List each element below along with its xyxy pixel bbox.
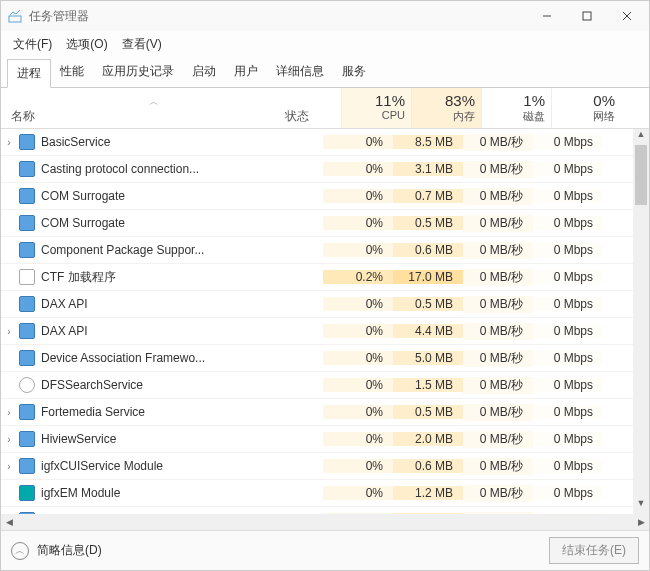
- process-cpu: 0%: [323, 324, 393, 338]
- fewer-details-button[interactable]: 简略信息(D): [37, 542, 549, 559]
- menu-file[interactable]: 文件(F): [7, 33, 58, 56]
- tab-performance[interactable]: 性能: [51, 58, 93, 87]
- svg-rect-0: [9, 16, 21, 22]
- tab-apphistory[interactable]: 应用历史记录: [93, 58, 183, 87]
- process-network: 0 Mbps: [533, 432, 603, 446]
- vertical-scrollbar[interactable]: ▲ ▼: [633, 129, 649, 514]
- column-status[interactable]: 状态: [281, 88, 341, 128]
- expand-icon[interactable]: ›: [1, 461, 17, 472]
- process-cpu: 0%: [323, 162, 393, 176]
- expand-icon[interactable]: ›: [1, 407, 17, 418]
- table-row[interactable]: Device Association Framewo...0%5.0 MB0 M…: [1, 345, 649, 372]
- process-table: ›BasicService0%8.5 MB0 MB/秒0 MbpsCasting…: [1, 129, 649, 514]
- process-name: igfxEM Module: [41, 486, 120, 500]
- table-row[interactable]: DAX API0%0.5 MB0 MB/秒0 Mbps: [1, 291, 649, 318]
- footer: ︿ 简略信息(D) 结束任务(E): [1, 530, 649, 570]
- column-disk[interactable]: 1% 磁盘: [481, 88, 551, 128]
- process-network: 0 Mbps: [533, 135, 603, 149]
- process-name-cell: igfxCUIService Module: [17, 458, 263, 474]
- table-row[interactable]: DFSSearchService0%1.5 MB0 MB/秒0 Mbps: [1, 372, 649, 399]
- process-name: BasicService: [41, 135, 110, 149]
- process-name: DFSSearchService: [41, 378, 143, 392]
- table-row[interactable]: ›HiviewService0%2.0 MB0 MB/秒0 Mbps: [1, 426, 649, 453]
- scroll-right-icon[interactable]: ▶: [633, 514, 649, 530]
- cpu-label: CPU: [348, 109, 405, 121]
- table-row[interactable]: Casting protocol connection...0%3.1 MB0 …: [1, 156, 649, 183]
- process-network: 0 Mbps: [533, 189, 603, 203]
- process-network: 0 Mbps: [533, 216, 603, 230]
- menu-options[interactable]: 选项(O): [60, 33, 113, 56]
- expand-icon[interactable]: ›: [1, 326, 17, 337]
- process-name: Fortemedia Service: [41, 405, 145, 419]
- tab-startup[interactable]: 启动: [183, 58, 225, 87]
- process-memory: 0.6 MB: [393, 243, 463, 257]
- horizontal-scrollbar[interactable]: ◀ ▶: [1, 514, 649, 530]
- process-name: HiviewService: [41, 432, 116, 446]
- process-name-cell: DFSSearchService: [17, 377, 263, 393]
- column-headers: 名称 ︿ 状态 11% CPU 83% 内存 1% 磁盘 0% 网络: [1, 88, 649, 129]
- process-disk: 0 MB/秒: [463, 512, 533, 515]
- process-cpu: 0%: [323, 405, 393, 419]
- scroll-left-icon[interactable]: ◀: [1, 514, 17, 530]
- tab-details[interactable]: 详细信息: [267, 58, 333, 87]
- expand-icon[interactable]: ›: [1, 137, 17, 148]
- process-icon: [19, 215, 35, 231]
- process-name-cell: COM Surrogate: [17, 215, 263, 231]
- process-icon: [19, 161, 35, 177]
- column-cpu[interactable]: 11% CPU: [341, 88, 411, 128]
- process-disk: 0 MB/秒: [463, 350, 533, 367]
- table-row[interactable]: COM Surrogate0%0.7 MB0 MB/秒0 Mbps: [1, 183, 649, 210]
- scroll-up-icon[interactable]: ▲: [633, 129, 649, 145]
- process-network: 0 Mbps: [533, 459, 603, 473]
- sort-indicator-icon: ︿: [35, 91, 273, 109]
- process-icon: [19, 485, 35, 501]
- tab-services[interactable]: 服务: [333, 58, 375, 87]
- tab-processes[interactable]: 进程: [7, 59, 51, 88]
- table-row[interactable]: ›BasicService0%8.5 MB0 MB/秒0 Mbps: [1, 129, 649, 156]
- process-disk: 0 MB/秒: [463, 458, 533, 475]
- table-row[interactable]: ›DAX API0%4.4 MB0 MB/秒0 Mbps: [1, 318, 649, 345]
- process-disk: 0 MB/秒: [463, 242, 533, 259]
- close-button[interactable]: [607, 2, 647, 30]
- disk-label: 磁盘: [488, 109, 545, 124]
- process-name: CTF 加载程序: [41, 269, 116, 286]
- process-name-cell: DAX API: [17, 296, 263, 312]
- process-disk: 0 MB/秒: [463, 215, 533, 232]
- process-cpu: 0%: [323, 459, 393, 473]
- column-memory[interactable]: 83% 内存: [411, 88, 481, 128]
- window-title: 任务管理器: [29, 8, 527, 25]
- expand-icon[interactable]: ›: [1, 434, 17, 445]
- table-row[interactable]: igfxext Module0%0.4 MB0 MB/秒0 Mbps: [1, 507, 649, 514]
- table-row[interactable]: igfxEM Module0%1.2 MB0 MB/秒0 Mbps: [1, 480, 649, 507]
- app-icon: [7, 8, 23, 24]
- column-name[interactable]: 名称 ︿: [1, 88, 281, 128]
- table-row[interactable]: Component Package Suppor...0%0.6 MB0 MB/…: [1, 237, 649, 264]
- network-usage-pct: 0%: [558, 92, 615, 109]
- table-row[interactable]: ›Fortemedia Service0%0.5 MB0 MB/秒0 Mbps: [1, 399, 649, 426]
- minimize-button[interactable]: [527, 2, 567, 30]
- scroll-thumb[interactable]: [635, 145, 647, 205]
- maximize-button[interactable]: [567, 2, 607, 30]
- process-memory: 1.2 MB: [393, 486, 463, 500]
- process-memory: 0.6 MB: [393, 459, 463, 473]
- process-cpu: 0%: [323, 135, 393, 149]
- process-network: 0 Mbps: [533, 162, 603, 176]
- tabs: 进程 性能 应用历史记录 启动 用户 详细信息 服务: [1, 58, 649, 88]
- column-network[interactable]: 0% 网络: [551, 88, 621, 128]
- process-name-cell: Casting protocol connection...: [17, 161, 263, 177]
- table-row[interactable]: ›igfxCUIService Module0%0.6 MB0 MB/秒0 Mb…: [1, 453, 649, 480]
- process-icon: [19, 404, 35, 420]
- process-name: COM Surrogate: [41, 216, 125, 230]
- process-network: 0 Mbps: [533, 270, 603, 284]
- fewer-details-icon[interactable]: ︿: [11, 542, 29, 560]
- process-network: 0 Mbps: [533, 513, 603, 514]
- process-disk: 0 MB/秒: [463, 323, 533, 340]
- tab-users[interactable]: 用户: [225, 58, 267, 87]
- network-label: 网络: [558, 109, 615, 124]
- scroll-down-icon[interactable]: ▼: [633, 498, 649, 514]
- process-disk: 0 MB/秒: [463, 269, 533, 286]
- table-row[interactable]: CTF 加载程序0.2%17.0 MB0 MB/秒0 Mbps: [1, 264, 649, 291]
- table-row[interactable]: COM Surrogate0%0.5 MB0 MB/秒0 Mbps: [1, 210, 649, 237]
- menu-view[interactable]: 查看(V): [116, 33, 168, 56]
- end-task-button[interactable]: 结束任务(E): [549, 537, 639, 564]
